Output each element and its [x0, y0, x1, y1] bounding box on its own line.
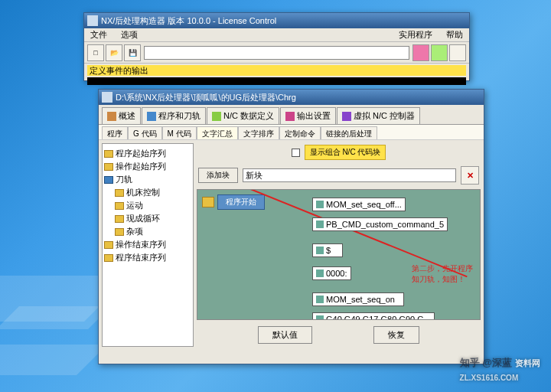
defaults-button[interactable]: 默认值 — [258, 326, 312, 344]
tree-node[interactable]: 程序起始序列 — [104, 147, 191, 160]
folder-icon — [115, 215, 124, 223]
tree-node[interactable]: 运动 — [104, 199, 191, 212]
block-icon — [316, 315, 324, 320]
top-note: 显示组合 N/C 代码块 — [305, 145, 386, 160]
tab-nc-data[interactable]: N/C 数据定义 — [207, 107, 279, 124]
watermark: 知乎 @深蓝 资料网 ZL.XS1616.COM — [460, 355, 540, 383]
tree-node[interactable]: 刀轨 — [104, 173, 191, 186]
folder-icon — [115, 202, 124, 210]
tab-icon — [107, 112, 116, 121]
folder-icon — [104, 150, 113, 158]
new-button[interactable]: □ — [87, 44, 104, 61]
editor-window: D:\系统\NX后处理器\顶呱呱\的UG后处理器\Chrg 概述 程序和刀轨 N… — [98, 89, 484, 364]
block-icon — [316, 270, 324, 277]
sequence-block[interactable]: 0000: — [312, 266, 351, 280]
sub-tabs: 程序 G 代码 M 代码 文字汇总 文字排序 定制命令 链接的后处理 — [99, 125, 484, 140]
folder-icon — [115, 189, 124, 197]
sequence-block[interactable]: $ — [312, 243, 343, 257]
tab-output-settings[interactable]: 输出设置 — [280, 107, 336, 124]
subtab-gcode[interactable]: G 代码 — [128, 126, 162, 139]
block-icon — [316, 201, 324, 208]
win2-titlebar[interactable]: D:\系统\NX后处理器\顶呱呱\的UG后处理器\Chrg — [99, 90, 484, 105]
subtab-program[interactable]: 程序 — [102, 126, 128, 139]
win1-menubar: 文件 选项 实用程序 帮助 — [84, 28, 469, 42]
block-icon — [316, 296, 324, 303]
tree-node[interactable]: 操作结束序列 — [104, 238, 191, 251]
open-button[interactable]: 📂 — [106, 44, 122, 61]
header-label[interactable]: 程序开始 — [217, 194, 265, 210]
main-tabs: 概述 程序和刀轨 N/C 数据定义 输出设置 虚拟 N/C 控制器 — [99, 105, 484, 125]
status-text: 定义事件的输出 — [90, 65, 148, 77]
subtab-word-order[interactable]: 文字排序 — [238, 126, 279, 139]
save-button[interactable]: 💾 — [124, 44, 141, 61]
tree-node[interactable]: 机床控制 — [104, 186, 191, 199]
tree-node[interactable]: 杂项 — [104, 225, 191, 238]
subtab-custom-cmd[interactable]: 定制命令 — [279, 126, 321, 139]
delete-button[interactable]: ✕ — [461, 166, 479, 185]
win1-status: 定义事件的输出 — [87, 65, 466, 76]
win1-blackbar — [87, 77, 466, 85]
menu-utils[interactable]: 实用程序 — [396, 28, 435, 41]
tab-icon — [212, 112, 221, 121]
app-icon — [102, 92, 112, 103]
sequence-block[interactable]: PB_CMD_custom_command_5 — [312, 217, 448, 231]
show-combined-checkbox[interactable] — [292, 149, 300, 157]
win1-title: NX/后处理构造器 版本 10.0.0 - License Control — [101, 15, 276, 27]
tree-node[interactable]: 程序结束序列 — [104, 251, 191, 264]
canvas-header: 程序开始 — [202, 194, 265, 210]
subtab-linked-post[interactable]: 链接的后处理 — [321, 126, 377, 139]
win2-title: D:\系统\NX后处理器\顶呱呱\的UG后处理器\Chrg — [116, 92, 296, 103]
sequence-canvas[interactable]: 程序开始 第二步，先开程序知刀轨，知图！ MOM_set_seq_off...P… — [197, 189, 481, 320]
block-icon — [316, 247, 324, 254]
tab-virtual-nc[interactable]: 虚拟 N/C 控制器 — [337, 107, 420, 124]
folder-icon — [104, 163, 113, 171]
tab-icon — [147, 112, 156, 121]
folder-icon — [104, 254, 113, 262]
path-input[interactable] — [144, 46, 409, 60]
menu-help[interactable]: 帮助 — [443, 28, 466, 41]
tree-node[interactable]: 操作起始序列 — [104, 160, 191, 173]
subtab-word-summary[interactable]: 文字汇总 — [197, 126, 238, 139]
menu-file[interactable]: 文件 — [87, 28, 110, 41]
win1-toolbar: □ 📂 💾 — [84, 42, 469, 64]
block-icon — [316, 220, 324, 228]
subtab-mcode[interactable]: M 代码 — [162, 126, 197, 139]
sequence-block[interactable]: G40 G49 G17 G80 G90 G... — [312, 312, 435, 320]
add-block-button[interactable]: 添加块 — [198, 168, 238, 183]
folder-icon — [104, 241, 113, 249]
tool-a-button[interactable] — [412, 44, 429, 61]
tree-panel: 程序起始序列 操作起始序列 刀轨 机床控制 运动 现成循环 杂项 操作结束序列 … — [102, 143, 194, 347]
block-select[interactable]: 新块 — [243, 168, 456, 182]
sequence-block[interactable]: MOM_set_seq_off... — [312, 198, 406, 211]
tree-node[interactable]: 现成循环 — [104, 212, 191, 225]
folder-icon — [104, 176, 113, 184]
tab-icon — [285, 112, 295, 121]
license-window: NX/后处理构造器 版本 10.0.0 - License Control 文件… — [83, 12, 470, 81]
tool-b-button[interactable] — [431, 44, 448, 61]
folder-icon — [115, 228, 124, 236]
header-icon — [202, 197, 214, 207]
tab-icon — [342, 112, 351, 121]
sequence-block[interactable]: MOM_set_seq_on — [312, 292, 404, 306]
win1-titlebar[interactable]: NX/后处理构造器 版本 10.0.0 - License Control — [84, 13, 469, 28]
menu-options[interactable]: 选项 — [118, 28, 141, 41]
app-icon — [87, 15, 98, 26]
annotation-text: 第二步，先开程序知刀轨，知图！ — [412, 263, 480, 285]
tool-c-button[interactable] — [449, 44, 466, 61]
restore-button[interactable]: 恢复 — [373, 326, 419, 344]
tab-overview[interactable]: 概述 — [102, 107, 141, 124]
tab-program-toolpath[interactable]: 程序和刀轨 — [142, 107, 206, 124]
